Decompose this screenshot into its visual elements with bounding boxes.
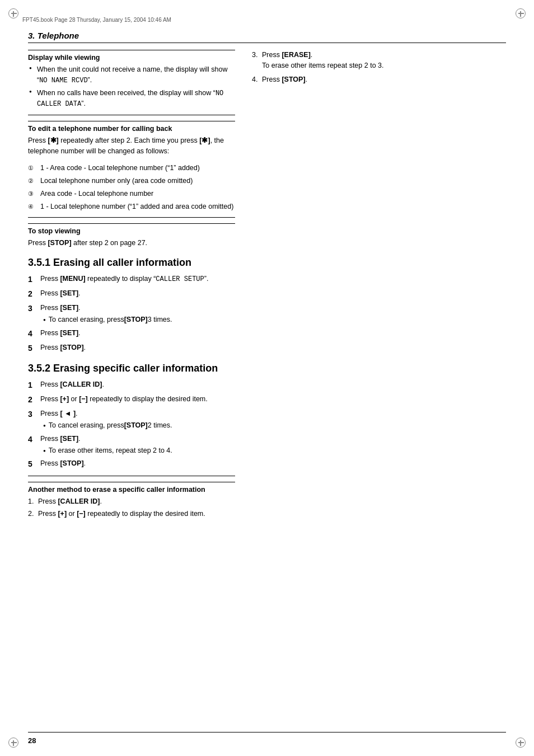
another-method-heading: Another method to erase a specific calle… xyxy=(28,482,235,494)
step-num: 4 xyxy=(28,328,40,340)
sub-bullet: To cancel erasing, press [STOP] 2 times. xyxy=(40,420,235,431)
circled-item-3: ③Area code - Local telephone number xyxy=(28,189,235,199)
erase-all-steps: 1 Press [MENU] repeatedly to display “CA… xyxy=(28,274,235,354)
step-text: Press [+] or [−] repeatedly to display t… xyxy=(38,509,205,519)
page: FPT45.book Page 28 Thursday, January 15,… xyxy=(0,0,534,756)
step-body: Press [STOP]. xyxy=(40,458,235,469)
divider-2 xyxy=(28,217,235,218)
step-body: Press [MENU] repeatedly to display “CALL… xyxy=(40,274,235,284)
display-bullets: When the unit could not receive a name, … xyxy=(28,64,235,109)
circled-item-1: ①1 - Area code - Local telephone number … xyxy=(28,163,235,173)
step-body: Press [SET]. To erase other items, repea… xyxy=(40,434,235,456)
erase-specific-step-2: 2 Press [+] or [−] repeatedly to display… xyxy=(28,394,235,406)
another-method-steps: 1. Press [CALLER ID]. 2. Press [+] or [−… xyxy=(28,496,235,519)
right-step-3: 3. Press [ERASE]. To erase other items r… xyxy=(252,50,506,71)
sub-bullet: To cancel erasing, press [STOP] 3 times. xyxy=(40,314,235,325)
decimal-num: 4. xyxy=(252,74,262,85)
another-method-step-1: 1. Press [CALLER ID]. xyxy=(28,496,235,507)
stop-body: Press [STOP] after step 2 on page 27. xyxy=(28,238,235,248)
step-num: 5 xyxy=(28,458,40,470)
step-num: 1 xyxy=(28,274,40,285)
step-num: 3 xyxy=(28,303,40,314)
step-text: Press [ERASE]. To erase other items repe… xyxy=(262,50,383,71)
corner-mark-tr xyxy=(516,8,526,18)
corner-mark-br xyxy=(516,738,526,748)
main-content: 3. Telephone Display while viewing When … xyxy=(28,31,506,728)
decimal-num: 3. xyxy=(252,50,262,60)
step-body: Press [+] or [−] repeatedly to display t… xyxy=(40,394,235,405)
stop-heading: To stop viewing xyxy=(28,223,235,235)
erase-specific-step-4: 4 Press [SET]. To erase other items, rep… xyxy=(28,434,235,456)
step-num: 2 xyxy=(28,394,40,406)
right-step-4: 4. Press [STOP]. xyxy=(252,74,506,85)
step-text: Press [STOP]. xyxy=(262,74,307,85)
erase-specific-heading: 3.5.2 Erasing specific caller informatio… xyxy=(28,362,235,375)
page-number: 28 xyxy=(28,736,36,745)
step-body: Press [SET]. xyxy=(40,288,235,299)
sub-bullet: To erase other items repeat step 2 to 3. xyxy=(262,62,383,69)
erase-all-step-1: 1 Press [MENU] repeatedly to display “CA… xyxy=(28,274,235,285)
sub-bullet: To erase other items, repeat step 2 to 4… xyxy=(40,445,235,456)
decimal-num: 2. xyxy=(28,509,38,519)
step-body: Press [STOP]. xyxy=(40,342,235,353)
step-body: Press [CALLER ID]. xyxy=(40,379,235,390)
columns-container: Display while viewing When the unit coul… xyxy=(28,50,506,523)
erase-all-step-4: 4 Press [SET]. xyxy=(28,328,235,340)
step-num: 1 xyxy=(28,379,40,391)
step-body: Press [SET]. xyxy=(40,328,235,339)
erase-all-step-2: 2 Press [SET]. xyxy=(28,288,235,300)
display-heading: Display while viewing xyxy=(28,50,235,62)
section-title: 3. Telephone xyxy=(28,31,506,43)
step-body: Press [SET]. To cancel erasing, press [S… xyxy=(40,303,235,325)
left-column: Display while viewing When the unit coul… xyxy=(28,50,235,523)
erase-specific-step-3: 3 Press [ ◄ ]. To cancel erasing, press … xyxy=(28,408,235,431)
erase-all-step-3: 3 Press [SET]. To cancel erasing, press … xyxy=(28,303,235,325)
erase-specific-step-1: 1 Press [CALLER ID]. xyxy=(28,379,235,391)
step-num: 3 xyxy=(28,408,40,420)
divider-1 xyxy=(28,115,235,115)
edit-heading: To edit a telephone number for calling b… xyxy=(28,121,235,133)
another-method-step-2: 2. Press [+] or [−] repeatedly to displa… xyxy=(28,509,235,519)
corner-mark-tl xyxy=(8,8,18,18)
header-text: FPT45.book Page 28 Thursday, January 15,… xyxy=(22,17,171,23)
edit-body: Press [✱] repeatedly after step 2. Each … xyxy=(28,135,235,157)
right-column: 3. Press [ERASE]. To erase other items r… xyxy=(252,50,506,523)
step-num: 2 xyxy=(28,288,40,300)
divider-3 xyxy=(28,476,235,476)
step-num: 4 xyxy=(28,434,40,445)
header-bar: FPT45.book Page 28 Thursday, January 15,… xyxy=(22,17,512,23)
step-body: Press [ ◄ ]. To cancel erasing, press [S… xyxy=(40,408,235,431)
erase-all-heading: 3.5.1 Erasing all caller information xyxy=(28,256,235,269)
edit-circled-list: ①1 - Area code - Local telephone number … xyxy=(28,163,235,212)
right-steps: 3. Press [ERASE]. To erase other items r… xyxy=(252,50,506,84)
decimal-num: 1. xyxy=(28,496,38,507)
circled-item-2: ②Local telephone number only (area code … xyxy=(28,176,235,186)
display-bullet-2: When no calls have been received, the di… xyxy=(28,88,235,109)
corner-mark-bl xyxy=(8,738,18,748)
erase-specific-step-5: 5 Press [STOP]. xyxy=(28,458,235,470)
bottom-divider xyxy=(28,732,506,732)
circled-item-4: ④1 - Local telephone number (“1” added a… xyxy=(28,201,235,212)
erase-all-step-5: 5 Press [STOP]. xyxy=(28,342,235,354)
erase-specific-steps: 1 Press [CALLER ID]. 2 Press [+] or [−] … xyxy=(28,379,235,470)
step-text: Press [CALLER ID]. xyxy=(38,496,102,507)
step-num: 5 xyxy=(28,342,40,354)
display-bullet-1: When the unit could not receive a name, … xyxy=(28,64,235,86)
